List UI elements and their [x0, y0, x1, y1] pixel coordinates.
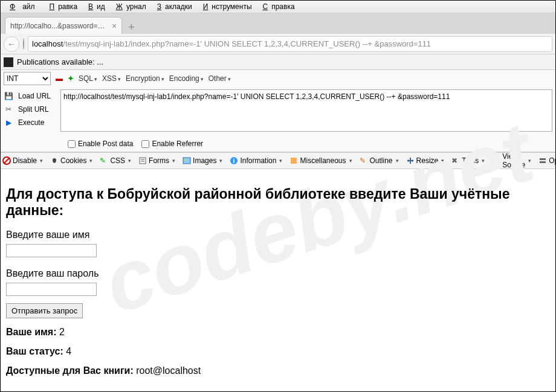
- hackbar-encryption-menu[interactable]: Encryption: [126, 74, 164, 83]
- images-icon: [183, 156, 191, 165]
- wdt-disable[interactable]: Disable: [2, 156, 43, 165]
- hackbar-load-url[interactable]: 💾Load URL: [4, 89, 57, 103]
- svg-point-7: [185, 159, 187, 161]
- tools-icon: ✖: [451, 156, 460, 165]
- hackbar-execute[interactable]: ▶Execute: [4, 116, 57, 129]
- info-icon: i: [230, 156, 238, 165]
- svg-line-1: [4, 158, 9, 163]
- publications-bar: Publications available: ...: [0, 54, 556, 70]
- globe-icon: [23, 39, 24, 50]
- password-label: Введите ваш пароль: [6, 268, 550, 279]
- wdt-css[interactable]: ✎CSS: [100, 156, 131, 165]
- result-name: Ваше имя: 2: [6, 327, 550, 338]
- browser-menubar: Файл Правка Вид Журнал Закладки Инструме…: [0, 0, 556, 13]
- page-content: Для доступа к Бобруйской районной библио…: [0, 169, 556, 392]
- result-books: Доступные для Вас книги: root@localhost: [6, 365, 550, 376]
- hackbar-split-url[interactable]: ✂Split URL: [4, 103, 57, 116]
- options-icon: [538, 156, 547, 165]
- password-input[interactable]: [6, 283, 97, 296]
- menu-help[interactable]: Справка: [259, 2, 295, 11]
- svg-rect-12: [540, 158, 546, 160]
- submit-button[interactable]: Отправить запрос: [6, 303, 83, 318]
- address-host: localhost: [32, 39, 63, 48]
- svg-rect-3: [140, 158, 146, 164]
- address-path: /test/mysql-inj-lab1/index.php?name=-1' …: [63, 39, 431, 48]
- menu-history[interactable]: Журнал: [112, 2, 146, 11]
- wdt-cookies[interactable]: Cookies: [50, 156, 92, 165]
- plus-icon[interactable]: ✦: [68, 74, 74, 83]
- forms-icon: [138, 156, 147, 165]
- name-label: Введите ваше имя: [6, 230, 550, 240]
- back-button[interactable]: ←: [4, 36, 19, 52]
- menu-view[interactable]: Вид: [85, 2, 105, 11]
- wdt-view-source[interactable]: View Source: [492, 152, 531, 169]
- svg-text:i: i: [233, 158, 235, 164]
- cookies-icon: [50, 156, 59, 165]
- tab-title: http://localho...&password=111: [10, 22, 107, 30]
- page-heading: Для доступа к Бобруйской районной библио…: [6, 186, 550, 219]
- svg-rect-6: [183, 158, 190, 164]
- hackbar-url-input[interactable]: [60, 89, 552, 132]
- enable-referrer-checkbox[interactable]: Enable Referrer: [141, 140, 203, 148]
- css-icon: ✎: [100, 156, 108, 165]
- menu-tools[interactable]: Инструменты: [199, 2, 252, 11]
- svg-rect-13: [540, 161, 546, 163]
- menu-bookmarks[interactable]: Закладки: [154, 2, 192, 11]
- split-url-icon: ✂: [4, 104, 13, 114]
- hackbar-xss-menu[interactable]: XSS: [102, 74, 121, 83]
- publications-icon: [4, 57, 13, 67]
- hackbar-encoding-select[interactable]: INT: [4, 72, 51, 85]
- execute-icon: ▶: [4, 118, 13, 127]
- publications-label: Publications available: ...: [17, 57, 103, 66]
- load-url-icon: 💾: [4, 91, 13, 101]
- new-tab-button[interactable]: +: [128, 21, 135, 34]
- enable-post-checkbox[interactable]: Enable Post data: [68, 140, 133, 148]
- menu-edit[interactable]: Правка: [46, 2, 78, 11]
- hackbar-sql-menu[interactable]: SQL: [79, 74, 97, 83]
- tab-close-icon[interactable]: ×: [112, 21, 117, 31]
- result-status: Ваш статус: 4: [6, 346, 550, 357]
- hackbar: INT ▬ ✦ SQL XSS Encryption Encoding Othe…: [0, 70, 556, 152]
- svg-rect-10: [291, 158, 297, 164]
- resize-icon: [406, 156, 415, 165]
- webdev-toolbar: Disable Cookies ✎CSS Forms Images iInfor…: [0, 152, 556, 169]
- outline-icon: ✎: [360, 156, 368, 165]
- minus-icon[interactable]: ▬: [56, 74, 63, 83]
- disable-icon: [2, 156, 11, 165]
- name-input[interactable]: [6, 244, 97, 257]
- wdt-misc[interactable]: Miscellaneous: [289, 156, 352, 165]
- browser-tab[interactable]: http://localho...&password=111 ×: [5, 17, 122, 34]
- wdt-outline[interactable]: ✎Outline: [360, 156, 399, 165]
- svg-rect-11: [493, 158, 500, 164]
- wdt-forms[interactable]: Forms: [138, 156, 175, 165]
- wdt-resize[interactable]: Resize: [406, 156, 445, 165]
- source-icon: [492, 156, 500, 165]
- wdt-images[interactable]: Images: [183, 156, 222, 165]
- wdt-information[interactable]: iInformation: [230, 156, 282, 165]
- address-bar-row: ← localhost/test/mysql-inj-lab1/index.ph…: [0, 34, 556, 54]
- hackbar-other-menu[interactable]: Other: [208, 74, 231, 83]
- hackbar-encoding-menu[interactable]: Encoding: [169, 74, 204, 83]
- wdt-options[interactable]: Options: [538, 156, 556, 165]
- address-bar[interactable]: localhost/test/mysql-inj-lab1/index.php?…: [28, 36, 552, 52]
- wdt-tools[interactable]: ✖Tools: [451, 156, 485, 165]
- menu-file[interactable]: Файл: [6, 2, 39, 11]
- tab-strip: http://localho...&password=111 × +: [0, 13, 556, 34]
- misc-icon: [289, 156, 298, 165]
